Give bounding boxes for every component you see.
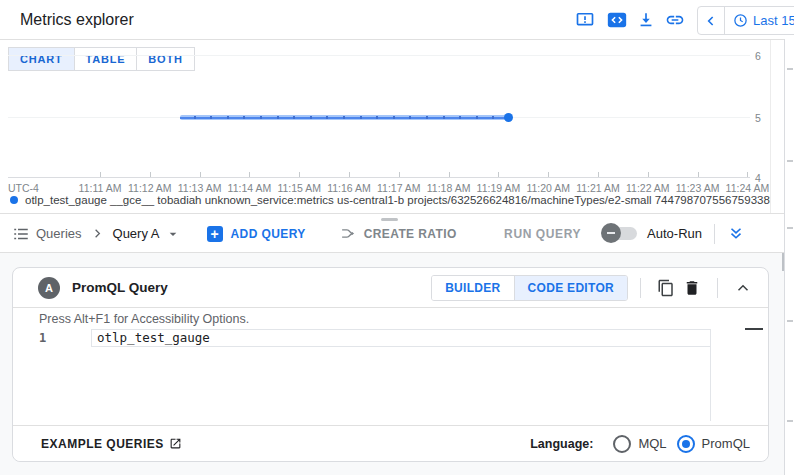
x-axis-tick: [598, 172, 599, 177]
x-axis-label: 11:20 AM: [526, 182, 570, 194]
clock-icon: [733, 13, 748, 28]
x-axis-label: 11:12 AM: [128, 182, 172, 194]
scrollbar-thumb[interactable]: [782, 253, 784, 271]
queries-breadcrumb: Queries Query A + ADD QUERY CREATE RATIO: [12, 214, 457, 253]
add-icon: +: [207, 226, 223, 242]
scrollbar-marker: [787, 68, 793, 70]
example-queries-label: EXAMPLE QUERIES: [41, 437, 164, 451]
accessibility-hint: Press Alt+F1 for Accessibility Options.: [39, 312, 249, 326]
auto-run-label: Auto-Run: [647, 226, 702, 241]
code-sample-icon: [606, 9, 628, 31]
data-point-marker: [409, 116, 411, 119]
language-label: Language:: [530, 437, 593, 451]
page-scrollbar[interactable]: [784, 39, 794, 475]
feedback-icon: [575, 10, 595, 30]
delete-query-button[interactable]: [679, 275, 705, 301]
language-option-mql[interactable]: MQL: [613, 435, 666, 453]
scrollbar-marker: [787, 227, 793, 229]
data-point-marker: [360, 116, 362, 119]
divider: [714, 224, 715, 244]
mql-label: MQL: [638, 436, 666, 451]
feedback-button[interactable]: [573, 8, 597, 32]
data-point-marker: [260, 116, 262, 119]
data-point-marker: [476, 116, 478, 119]
run-query-button[interactable]: RUN QUERY: [504, 227, 581, 241]
x-axis-label: 11:14 AM: [228, 182, 272, 194]
data-point-marker: [293, 116, 295, 119]
auto-run-toggle[interactable]: [603, 227, 637, 240]
x-axis-tick: [100, 172, 101, 177]
query-section: A PromQL Query BUILDER CODE EDITOR: [0, 252, 785, 475]
query-card-title: PromQL Query: [72, 280, 168, 295]
timezone-label: UTC-4: [8, 182, 39, 194]
example-queries-link[interactable]: EXAMPLE QUERIES: [41, 437, 182, 451]
legend-color-dot: [10, 196, 18, 204]
x-axis-tick: [299, 172, 300, 177]
data-point-marker: [376, 116, 378, 119]
get-link-button[interactable]: [663, 8, 687, 32]
caret-down-icon: [165, 226, 181, 242]
query-name: Query A: [113, 226, 160, 241]
download-button[interactable]: [634, 8, 658, 32]
y-axis-label: 4: [755, 172, 771, 184]
data-point-marker: [277, 116, 279, 119]
radio-unselected-icon: [613, 435, 631, 453]
scrollbar-marker: [787, 420, 793, 422]
x-axis-tick: [349, 172, 350, 177]
tab-code-editor[interactable]: CODE EDITOR: [514, 276, 627, 300]
x-axis-tick: [200, 172, 201, 177]
code-line[interactable]: otlp_test_gauge: [97, 330, 210, 345]
x-axis-label: 11:18 AM: [427, 182, 471, 194]
data-point-marker: [459, 116, 461, 119]
data-point-marker: [194, 116, 196, 119]
code-sample-button[interactable]: [605, 8, 629, 32]
queries-label[interactable]: Queries: [36, 226, 82, 241]
create-ratio-icon: [340, 225, 357, 242]
download-icon: [636, 10, 656, 30]
query-card-footer: EXAMPLE QUERIES Language: MQL PromQL: [13, 425, 768, 461]
view-tabs: CHART TABLE BOTH: [8, 47, 195, 71]
add-query-button[interactable]: + ADD QUERY: [207, 226, 306, 242]
x-axis-tick: [399, 172, 400, 177]
x-axis-tick: [698, 172, 699, 177]
query-selector[interactable]: Query A: [113, 226, 181, 242]
metrics-explorer-page: Metrics explorer: [0, 0, 794, 475]
x-axis-label: 11:22 AM: [626, 182, 670, 194]
language-option-promql[interactable]: PromQL: [677, 435, 750, 453]
editor-mode-tabs: BUILDER CODE EDITOR: [431, 275, 628, 301]
collapse-all-queries-button[interactable]: [727, 225, 745, 243]
x-axis-tick: [449, 172, 450, 177]
collapse-time-panel-button[interactable]: [698, 7, 724, 34]
trash-icon: [683, 279, 701, 297]
legend-row[interactable]: otlp_test_gauge __gce__ tobadiah unknown…: [10, 194, 770, 206]
x-axis-label: 11:21 AM: [576, 182, 620, 194]
data-point-marker: [210, 116, 212, 119]
code-editor[interactable]: Press Alt+F1 for Accessibility Options. …: [13, 308, 768, 427]
legend-text: otlp_test_gauge __gce__ tobadiah unknown…: [25, 194, 770, 206]
collapse-query-button[interactable]: [730, 275, 756, 301]
create-ratio-button[interactable]: CREATE RATIO: [340, 225, 457, 242]
promql-query-card: A PromQL Query BUILDER CODE EDITOR: [12, 267, 769, 462]
x-axis-tick: [150, 172, 151, 177]
tab-builder[interactable]: BUILDER: [432, 276, 513, 300]
time-range-button[interactable]: Last 15 min: [725, 13, 794, 28]
queries-toolbar: Queries Query A + ADD QUERY CREATE RATIO: [0, 213, 785, 253]
tab-table[interactable]: TABLE: [75, 48, 138, 70]
x-axis-tick: [548, 172, 549, 177]
query-card-header: A PromQL Query BUILDER CODE EDITOR: [13, 268, 768, 308]
x-axis-label: 11:23 AM: [676, 182, 720, 194]
x-axis-label: 11:17 AM: [377, 182, 421, 194]
header: Metrics explorer: [0, 0, 794, 40]
data-point-marker: [426, 116, 428, 119]
double-chevron-down-icon: [727, 225, 745, 243]
tab-both[interactable]: BOTH: [137, 48, 193, 70]
duplicate-query-button[interactable]: [653, 275, 679, 301]
x-axis-tick: [648, 172, 649, 177]
time-range-label: Last 15 min: [753, 13, 794, 28]
y-axis-label: 6: [755, 50, 771, 62]
data-point-marker: [326, 116, 328, 119]
time-range-control: Last 15 min: [697, 6, 794, 35]
tab-chart[interactable]: CHART: [9, 48, 75, 70]
toggle-knob: [601, 223, 621, 243]
x-axis-label: 11:19 AM: [477, 182, 521, 194]
